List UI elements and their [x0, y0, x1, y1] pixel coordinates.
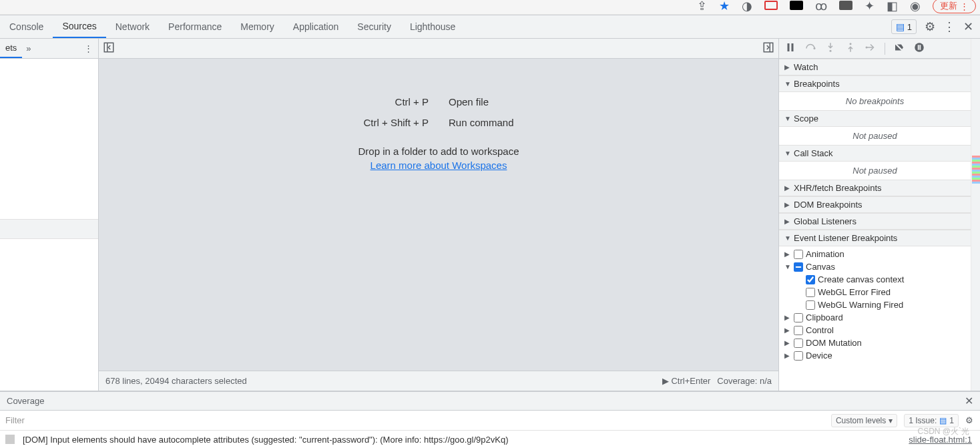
evt-item-checkbox[interactable]: [806, 300, 815, 310]
evt-item[interactable]: WebGL Warning Fired: [782, 298, 968, 311]
log-levels-dropdown[interactable]: Custom levels ▾: [831, 414, 897, 427]
tab-lighthouse[interactable]: Lighthouse: [401, 15, 465, 38]
bookmark-star-icon[interactable]: ★: [719, 0, 730, 13]
pause-on-exceptions-icon[interactable]: [913, 41, 925, 55]
navigator-tab-snippets[interactable]: ets: [0, 39, 22, 58]
evt-group-checkbox[interactable]: [794, 250, 803, 259]
evt-group-checkbox[interactable]: [794, 262, 803, 272]
issues-chip[interactable]: 1 Issue: ▤1: [904, 414, 959, 427]
svg-point-1: [830, 50, 832, 52]
evt-group-device[interactable]: ▶Device: [782, 349, 968, 362]
message-icon: ▤: [939, 416, 947, 425]
devtools-tab-strip: Console Sources Network Performance Memo…: [0, 15, 980, 39]
shortcut-action: Open file: [449, 96, 514, 107]
svg-rect-5: [918, 45, 919, 50]
kebab-menu-icon[interactable]: ⋮: [943, 19, 955, 34]
shortcut-action: Run command: [449, 117, 514, 128]
evt-group-checkbox[interactable]: [794, 326, 803, 335]
issues-chip[interactable]: ▤ 1: [891, 19, 917, 34]
scrollbar[interactable]: [971, 39, 980, 391]
step-icon[interactable]: [865, 41, 877, 55]
tab-console[interactable]: Console: [0, 15, 53, 38]
pane-call-stack[interactable]: ▼Call Stack: [779, 145, 971, 162]
extensions-puzzle-icon[interactable]: ✦: [865, 0, 875, 13]
step-over-icon[interactable]: [804, 41, 816, 55]
svg-point-3: [866, 47, 868, 49]
tab-sources[interactable]: Sources: [53, 15, 105, 38]
navigator-empty-band: [0, 219, 98, 239]
toggle-navigator-icon[interactable]: [103, 41, 115, 56]
profile-avatar-icon[interactable]: ◉: [910, 0, 921, 13]
evt-group-dom-mutation[interactable]: ▶DOM Mutation: [782, 337, 968, 349]
browser-toolbar: ⇪ ★ ◑ ꝏ ✦ ◧ ◉ 更新⋮: [0, 0, 980, 15]
editor-status-bar: 678 lines, 20494 characters selected ▶ C…: [99, 371, 778, 391]
evt-item-checkbox[interactable]: [806, 275, 815, 284]
sources-panel: ets » ⋮ Ctrl + P Open file Ctrl + Shift …: [0, 39, 980, 391]
learn-workspaces-link[interactable]: Learn more about Workspaces: [371, 160, 507, 171]
message-level-icon: [5, 435, 15, 444]
evt-item[interactable]: Create canvas context: [782, 273, 968, 286]
chevron-down-icon: ▾: [889, 416, 893, 425]
drawer-close-icon[interactable]: ✕: [965, 395, 973, 407]
toggle-debugger-icon[interactable]: [762, 41, 774, 56]
navigator-more-tabs-icon[interactable]: »: [22, 43, 35, 53]
deactivate-breakpoints-icon[interactable]: [893, 41, 905, 55]
editor-toolbar: [99, 39, 778, 59]
tab-performance[interactable]: Performance: [159, 15, 231, 38]
drawer: Coverage ✕ Custom levels ▾ 1 Issue: ▤1 ⚙…: [0, 391, 980, 448]
console-message[interactable]: [DOM] Input elements should have autocom…: [0, 431, 980, 448]
editor-empty-state: Ctrl + P Open file Ctrl + Shift + P Run …: [99, 59, 778, 371]
evt-group-checkbox[interactable]: [794, 339, 803, 348]
share-icon[interactable]: ⇪: [697, 0, 707, 13]
step-out-icon[interactable]: [844, 41, 856, 55]
close-icon[interactable]: ✕: [963, 19, 973, 34]
callstack-not-paused: Not paused: [779, 162, 971, 180]
tab-network[interactable]: Network: [106, 15, 159, 38]
pane-breakpoints[interactable]: ▼Breakpoints: [779, 75, 971, 92]
evt-group-clipboard[interactable]: ▶Clipboard: [782, 311, 968, 324]
console-message-text: [DOM] Input elements should have autocom…: [23, 435, 509, 445]
svg-rect-6: [919, 45, 921, 50]
pane-global-listeners[interactable]: ▶Global Listeners: [779, 213, 971, 230]
evt-group-checkbox[interactable]: [794, 313, 803, 322]
tab-application[interactable]: Application: [284, 15, 348, 38]
console-message-source[interactable]: slide-float.html:1: [909, 435, 972, 445]
evt-item-checkbox[interactable]: [806, 288, 815, 297]
step-into-icon[interactable]: [824, 41, 836, 55]
console-filter-input[interactable]: [3, 413, 831, 428]
evt-item[interactable]: WebGL Error Fired: [782, 286, 968, 298]
tab-memory[interactable]: Memory: [231, 15, 284, 38]
extension-icon[interactable]: [790, 0, 803, 13]
editor-pane: Ctrl + P Open file Ctrl + Shift + P Run …: [99, 39, 778, 391]
extension-icon[interactable]: ꝏ: [815, 0, 827, 13]
console-settings-gear-icon[interactable]: ⚙: [965, 415, 973, 425]
drawer-tab-coverage[interactable]: Coverage: [7, 396, 44, 406]
pane-event-listener-breakpoints[interactable]: ▼Event Listener Breakpoints: [779, 230, 971, 246]
selection-status: 678 lines, 20494 characters selected: [105, 376, 247, 386]
scope-not-paused: Not paused: [779, 127, 971, 145]
settings-gear-icon[interactable]: ⚙: [925, 19, 935, 34]
tab-security[interactable]: Security: [348, 15, 401, 38]
pause-icon[interactable]: [784, 41, 796, 55]
evt-group-canvas[interactable]: ▼Canvas: [782, 260, 968, 273]
breakpoints-empty: No breakpoints: [779, 92, 971, 110]
extension-icon[interactable]: [839, 0, 852, 13]
drop-hint: Drop in a folder to add to workspace: [358, 146, 519, 157]
pane-dom-breakpoints[interactable]: ▶DOM Breakpoints: [779, 196, 971, 213]
pane-scope[interactable]: ▼Scope: [779, 110, 971, 127]
run-snippet-button[interactable]: ▶ Ctrl+Enter: [662, 376, 711, 386]
extension-icon[interactable]: [764, 0, 778, 13]
pane-watch[interactable]: ▶Watch: [779, 59, 971, 75]
pane-xhr-breakpoints[interactable]: ▶XHR/fetch Breakpoints: [779, 180, 971, 196]
svg-point-0: [814, 47, 816, 49]
debugger-toolbar: [779, 39, 971, 59]
navigator-kebab-icon[interactable]: ⋮: [79, 43, 98, 53]
extension-icon[interactable]: ◧: [887, 0, 898, 13]
evt-group-animation[interactable]: ▶Animation: [782, 248, 968, 260]
evt-group-control[interactable]: ▶Control: [782, 324, 968, 337]
svg-point-2: [850, 43, 852, 45]
evt-group-checkbox[interactable]: [794, 351, 803, 361]
message-icon: ▤: [896, 21, 905, 32]
extension-icon[interactable]: ◑: [742, 0, 752, 13]
update-button[interactable]: 更新⋮: [933, 0, 976, 13]
